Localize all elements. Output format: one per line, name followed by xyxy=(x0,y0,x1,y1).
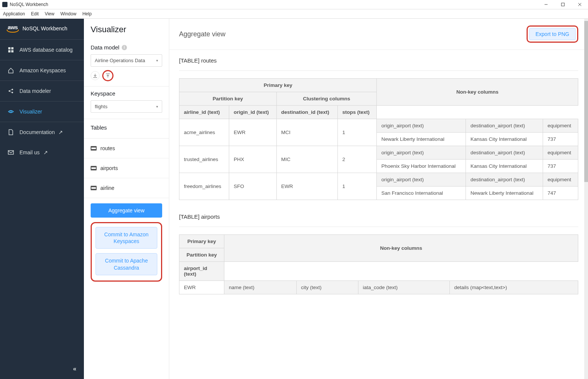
scrollbar-thumb[interactable] xyxy=(584,21,588,182)
th-primary-key: Primary key xyxy=(179,79,377,92)
data-model-select[interactable]: Airline Operations Data ▾ xyxy=(91,54,162,67)
panel-title: Visualizer xyxy=(84,19,169,40)
col-airline-id: airline_id (text) xyxy=(179,106,229,119)
sidebar: aws NoSQL Workbench AWS database catalog… xyxy=(0,19,84,379)
sidebar-header: aws NoSQL Workbench xyxy=(0,19,84,40)
nav-documentation[interactable]: Documentation ↗ xyxy=(0,122,84,142)
th-partition: Partition key xyxy=(179,248,224,262)
mail-icon xyxy=(7,149,14,156)
nav-label: Email us xyxy=(19,149,40,155)
window-titlebar: NoSQL Workbench xyxy=(0,0,588,9)
external-icon: ↗ xyxy=(58,129,63,135)
menu-help[interactable]: Help xyxy=(82,11,92,16)
table-item-airports[interactable]: airports xyxy=(84,158,169,178)
routes-caption: [TABLE] routes xyxy=(179,57,578,71)
th-clustering: Clustering columns xyxy=(276,92,377,106)
svg-rect-14 xyxy=(8,151,13,154)
vertical-scrollbar[interactable] xyxy=(584,19,588,379)
svg-line-12 xyxy=(10,91,12,93)
col-airport-id: airport_id (text) xyxy=(179,262,224,281)
menu-window[interactable]: Window xyxy=(60,11,76,16)
document-icon xyxy=(7,129,14,136)
svg-line-11 xyxy=(10,90,12,91)
commit-keyspaces-button[interactable]: Commit to Amazon Keyspaces xyxy=(96,227,157,249)
airports-table: Primary key Non-key columns Partition ke… xyxy=(179,234,578,294)
minimize-button[interactable] xyxy=(537,0,554,9)
aggregate-view-button[interactable]: Aggregate view xyxy=(91,203,162,218)
nav-amazon-keyspaces[interactable]: Amazon Keyspaces xyxy=(0,60,84,81)
page-title: Aggregate view xyxy=(179,30,225,38)
table-icon xyxy=(91,146,97,151)
panel-resize-handle[interactable]: ⋮ xyxy=(168,180,169,185)
download-button[interactable] xyxy=(91,71,100,80)
table-row: trusted_airlines PHX MIC 2 origin_airpor… xyxy=(179,146,578,160)
table-row: freedom_airlines SFO EWR 1 origin_airpor… xyxy=(179,173,578,187)
app-icon xyxy=(2,2,7,7)
eye-icon xyxy=(7,108,14,115)
nav-email-us[interactable]: Email us ↗ xyxy=(0,142,84,163)
col-origin-id: origin_id (text) xyxy=(229,106,277,119)
nav-label: Data modeler xyxy=(19,88,51,94)
aws-logo: aws xyxy=(7,24,19,33)
table-item-routes[interactable]: routes xyxy=(84,139,169,158)
home-icon xyxy=(7,67,14,74)
th-nonkey: Non-key columns xyxy=(377,79,578,106)
routes-scroll[interactable]: Primary key Non-key columns Partition ke… xyxy=(179,78,578,203)
commit-group-highlight: Commit to Amazon Keyspaces Commit to Apa… xyxy=(91,222,162,282)
svg-rect-7 xyxy=(11,50,13,52)
grid-icon xyxy=(7,46,14,53)
table-icon xyxy=(91,186,97,190)
nav-data-modeler[interactable]: Data modeler xyxy=(0,81,84,101)
share-icon xyxy=(7,88,14,94)
th-partition: Partition key xyxy=(179,92,277,106)
th-primary-key: Primary key xyxy=(179,235,224,248)
svg-rect-5 xyxy=(11,47,13,49)
chevron-down-icon: ▾ xyxy=(156,58,158,63)
table-item-airline[interactable]: airline xyxy=(84,178,169,198)
table-icon xyxy=(91,166,97,170)
menu-edit[interactable]: Edit xyxy=(31,11,39,16)
table-row: acme_airlines EWR MCI 1 origin_airport (… xyxy=(179,119,578,133)
nav-label: Amazon Keyspaces xyxy=(19,67,66,73)
keyspace-select[interactable]: flights ▾ xyxy=(91,100,162,113)
nav-visualizer[interactable]: Visualizer xyxy=(0,101,84,122)
keyspace-label: Keyspace xyxy=(91,90,162,97)
nav-label: Documentation xyxy=(19,129,55,135)
main-content: Aggregate view Export to PNG [TABLE] rou… xyxy=(169,19,588,379)
menu-application[interactable]: Application xyxy=(3,11,25,16)
airports-caption: [TABLE] airports xyxy=(179,213,578,227)
commit-cassandra-button[interactable]: Commit to Apache Cassandra xyxy=(96,253,157,275)
svg-point-13 xyxy=(10,111,12,113)
svg-rect-6 xyxy=(8,50,10,52)
export-highlight: Export to PNG xyxy=(527,25,578,43)
svg-rect-4 xyxy=(8,47,10,49)
sidebar-collapse-button[interactable]: « xyxy=(73,366,76,372)
col-destination-id: destination_id (text) xyxy=(276,106,337,119)
external-icon: ↗ xyxy=(43,149,48,155)
menubar: Application Edit View Window Help xyxy=(0,9,588,19)
upload-button[interactable] xyxy=(103,71,112,80)
tables-label: Tables xyxy=(91,124,162,131)
airports-scroll[interactable]: Primary key Non-key columns Partition ke… xyxy=(179,234,578,297)
nav-label: AWS database catalog xyxy=(19,47,73,53)
menu-view[interactable]: View xyxy=(45,11,54,16)
nav-database-catalog[interactable]: AWS database catalog xyxy=(0,40,84,60)
info-icon[interactable]: i xyxy=(122,45,127,50)
export-png-button[interactable]: Export to PNG xyxy=(529,28,576,40)
visualizer-panel: Visualizer Data model i Airline Operatio… xyxy=(84,19,169,379)
nav-label: Visualizer xyxy=(19,109,42,115)
maximize-button[interactable] xyxy=(554,0,571,9)
data-model-label: Data model i xyxy=(91,44,162,51)
close-button[interactable] xyxy=(571,0,588,9)
window-title: NoSQL Workbench xyxy=(10,2,48,7)
col-stops: stops (text) xyxy=(338,106,377,119)
chevron-down-icon: ▾ xyxy=(156,104,158,109)
sidebar-app-name: NoSQL Workbench xyxy=(22,25,67,31)
routes-table: Primary key Non-key columns Partition ke… xyxy=(179,78,578,200)
table-row: EWR name (text) city (text) iata_code (t… xyxy=(179,281,578,294)
svg-rect-1 xyxy=(561,3,564,6)
th-nonkey: Non-key columns xyxy=(224,235,578,262)
